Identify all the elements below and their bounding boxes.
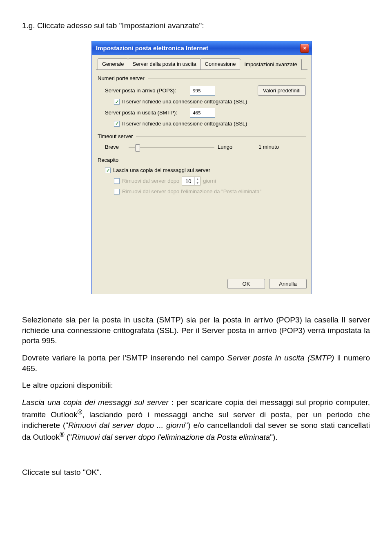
tab-generale[interactable]: Generale xyxy=(98,58,128,70)
cancel-button[interactable]: Annulla xyxy=(269,279,307,289)
blank-area xyxy=(96,201,307,271)
p4-i2: Rimuovi dal server dopo ... giorni xyxy=(68,421,185,429)
timeout-short-label: Breve xyxy=(105,143,125,151)
leave-copy-checkbox[interactable]: ✓ xyxy=(105,168,111,173)
pop3-ssl-checkbox[interactable]: ✓ xyxy=(114,99,120,105)
group-delivery-label: Recapito xyxy=(98,157,118,164)
row-remove-after: Rimuovi dal server dopo ▲ ▼ giorni xyxy=(114,177,306,186)
p4-i1: Lascia una copia dei messaggi sul server xyxy=(22,398,169,407)
p4-sup1: ® xyxy=(78,409,82,416)
group-delivery-header: Recapito xyxy=(98,157,306,164)
smtp-ssl-label: Il server richiede una connessione critt… xyxy=(122,120,247,127)
smtp-ssl-checkbox[interactable]: ✓ xyxy=(114,121,120,127)
close-icon: × xyxy=(303,45,306,52)
doc-paragraph-3: Le altre opzioni disponibili: xyxy=(22,380,370,391)
divider xyxy=(148,78,306,78)
check-icon: ✓ xyxy=(115,121,119,127)
remove-after-label-a: Rimuovi dal server dopo xyxy=(122,177,179,185)
timeout-value: 1 minuto xyxy=(258,143,279,151)
group-ports: Numeri porte server Server posta in arri… xyxy=(98,75,306,127)
row-pop3: Server posta in arrivo (POP3): Valori pr… xyxy=(105,85,306,96)
remove-after-days-input[interactable] xyxy=(182,178,194,185)
ok-button[interactable]: OK xyxy=(227,279,265,289)
row-smtp-ssl: ✓ Il server richiede una connessione cri… xyxy=(114,120,306,127)
smtp-port-input[interactable] xyxy=(190,108,215,118)
timeout-long-label: Lungo xyxy=(218,143,242,151)
p2-a: Dovrete variare la porta per l'SMTP inse… xyxy=(22,353,227,362)
doc-paragraph-1: Selezionate sia per la posta in uscita (… xyxy=(22,315,370,346)
timeout-slider-row: Breve Lungo 1 minuto xyxy=(105,143,306,151)
row-smtp: Server posta in uscita (SMTP): xyxy=(105,108,306,118)
pop3-port-input[interactable] xyxy=(190,86,215,96)
close-button[interactable]: × xyxy=(300,44,309,53)
remove-deleted-label: Rimuovi dal server dopo l'eliminazione d… xyxy=(122,188,261,195)
dialog-footer: OK Annulla xyxy=(92,275,312,294)
dialog-body: Generale Server della posta in uscita Co… xyxy=(92,55,312,275)
dialog-screenshot: Impostazioni posta elettronica Internet … xyxy=(91,41,312,294)
group-timeout-label: Timeout server xyxy=(98,133,133,140)
dialog-window: Impostazioni posta elettronica Internet … xyxy=(91,41,312,294)
row-pop3-ssl: ✓ Il server richiede una connessione cri… xyxy=(114,98,306,105)
chevron-up-icon[interactable]: ▲ xyxy=(194,177,200,181)
stepper-arrows: ▲ ▼ xyxy=(194,177,200,185)
pop3-ssl-label: Il server richiede una connessione critt… xyxy=(122,98,247,105)
divider xyxy=(136,136,306,137)
defaults-button[interactable]: Valori predefiniti xyxy=(258,85,306,96)
chevron-down-icon[interactable]: ▼ xyxy=(194,181,200,185)
doc-step-heading: 1.g. Cliccate adesso sul tab "Impostazio… xyxy=(22,20,370,31)
doc-paragraph-4: Lascia una copia dei messaggi sul server… xyxy=(22,397,370,443)
p4-i3: Rimuovi dal server dopo l'eliminazione d… xyxy=(72,433,270,442)
p2-italic: Server posta in uscita (SMTP) xyxy=(227,353,334,362)
pop3-label: Server posta in arrivo (POP3): xyxy=(105,87,187,94)
check-icon: ✓ xyxy=(106,168,110,174)
title-bar: Impostazioni posta elettronica Internet … xyxy=(92,41,312,55)
p1-text: Selezionate sia per la posta in uscita (… xyxy=(22,315,370,345)
tab-strip: Generale Server della posta in uscita Co… xyxy=(96,58,307,70)
remove-deleted-checkbox[interactable] xyxy=(114,189,120,195)
leave-copy-label: Lascia una copia dei messaggi sul server xyxy=(113,167,210,174)
tab-impostazioni-avanzate[interactable]: Impostazioni avanzate xyxy=(240,59,301,70)
window-title: Impostazioni posta elettronica Internet xyxy=(96,44,208,52)
group-ports-label: Numeri porte server xyxy=(98,75,145,82)
divider xyxy=(122,160,306,160)
smtp-label: Server posta in uscita (SMTP): xyxy=(105,109,187,116)
group-delivery: Recapito ✓ Lascia una copia dei messaggi… xyxy=(98,157,306,195)
group-timeout: Timeout server Breve Lungo 1 minuto xyxy=(98,133,306,151)
slider-thumb-icon[interactable] xyxy=(135,144,140,152)
row-remove-deleted: Rimuovi dal server dopo l'eliminazione d… xyxy=(114,188,306,195)
doc-paragraph-2: Dovrete variare la porta per l'SMTP inse… xyxy=(22,353,370,374)
group-ports-header: Numeri porte server xyxy=(98,75,306,82)
doc-paragraph-5: Cliccate sul tasto "OK". xyxy=(22,467,370,478)
slider-track xyxy=(129,147,214,148)
tab-connessione[interactable]: Connessione xyxy=(200,58,241,70)
p4-e: "). xyxy=(270,433,277,442)
remove-after-checkbox[interactable] xyxy=(114,178,120,184)
p4-sup2: ® xyxy=(60,431,65,438)
remove-after-label-b: giorni xyxy=(203,177,216,185)
tab-server-uscita[interactable]: Server della posta in uscita xyxy=(128,58,200,70)
p4-d: (" xyxy=(65,433,72,442)
row-leave-copy: ✓ Lascia una copia dei messaggi sul serv… xyxy=(105,167,306,174)
timeout-slider[interactable] xyxy=(129,143,214,151)
check-icon: ✓ xyxy=(115,99,119,105)
group-timeout-header: Timeout server xyxy=(98,133,306,140)
remove-after-days-stepper[interactable]: ▲ ▼ xyxy=(182,177,200,186)
